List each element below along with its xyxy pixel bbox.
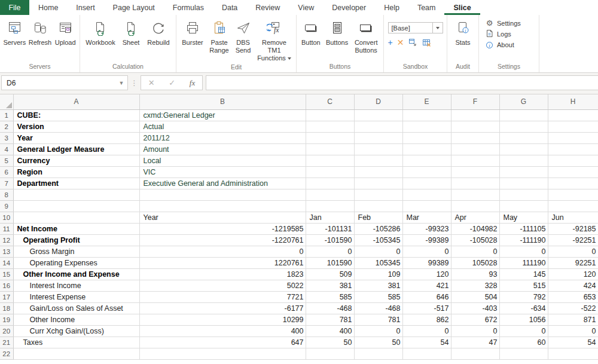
cell-H5[interactable] bbox=[548, 155, 598, 166]
burster-button[interactable]: Burster bbox=[179, 17, 207, 47]
cell-A5[interactable]: Currency bbox=[13, 155, 139, 166]
cell-G6[interactable] bbox=[499, 166, 548, 178]
cell-E20[interactable]: 0 bbox=[402, 325, 451, 337]
cell-A16[interactable]: Interest Income bbox=[13, 280, 139, 291]
cell-H21[interactable]: 54 bbox=[548, 337, 598, 348]
cell-E8[interactable] bbox=[402, 189, 451, 200]
cell-D21[interactable]: 50 bbox=[354, 337, 402, 348]
refresh-button[interactable]: Refresh bbox=[28, 17, 53, 47]
cell-F15[interactable]: 93 bbox=[451, 268, 499, 280]
insert-function-icon[interactable]: fx bbox=[190, 78, 195, 88]
paste-range-button[interactable]: Paste Range bbox=[207, 17, 232, 55]
cell-C7[interactable] bbox=[306, 178, 354, 189]
col-header-H[interactable]: H bbox=[548, 94, 598, 109]
cell-F7[interactable] bbox=[451, 178, 499, 189]
about-button[interactable]: i About bbox=[485, 40, 514, 49]
cell-D19[interactable]: 781 bbox=[354, 314, 402, 325]
cell-D10[interactable]: Feb bbox=[354, 212, 402, 223]
stats-button[interactable]: i Stats bbox=[449, 17, 477, 47]
cell-G22[interactable] bbox=[499, 348, 548, 359]
row-header-21[interactable]: 21 bbox=[0, 337, 13, 348]
cell-B6[interactable]: VIC bbox=[139, 166, 306, 178]
cell-B20[interactable]: 400 bbox=[139, 325, 306, 337]
cell-B9[interactable] bbox=[139, 200, 306, 212]
cell-D16[interactable]: 381 bbox=[354, 280, 402, 291]
cell-C2[interactable] bbox=[306, 121, 354, 132]
cell-A9[interactable] bbox=[13, 200, 139, 212]
cell-G9[interactable] bbox=[499, 200, 548, 212]
cell-G15[interactable]: 145 bbox=[499, 268, 548, 280]
cell-E18[interactable]: -517 bbox=[402, 302, 451, 314]
cell-E15[interactable]: 120 bbox=[402, 268, 451, 280]
cell-C3[interactable] bbox=[306, 132, 354, 143]
cell-C11[interactable]: -101131 bbox=[306, 223, 354, 234]
tab-home[interactable]: Home bbox=[29, 0, 67, 15]
cell-C5[interactable] bbox=[306, 155, 354, 166]
cell-H16[interactable]: 424 bbox=[548, 280, 598, 291]
cell-D12[interactable]: -105345 bbox=[354, 234, 402, 246]
cell-D15[interactable]: 109 bbox=[354, 268, 402, 280]
cell-D2[interactable] bbox=[354, 121, 402, 132]
cell-H7[interactable] bbox=[548, 178, 598, 189]
buttons-button[interactable]: Buttons bbox=[324, 17, 351, 47]
select-all-button[interactable] bbox=[0, 94, 13, 109]
cell-A20[interactable]: Curr Xchg Gain/(Loss) bbox=[13, 325, 139, 337]
cell-G7[interactable] bbox=[499, 178, 548, 189]
cell-H18[interactable]: -522 bbox=[548, 302, 598, 314]
cell-E21[interactable]: 54 bbox=[402, 337, 451, 348]
cell-F1[interactable] bbox=[451, 109, 499, 121]
row-header-12[interactable]: 12 bbox=[0, 234, 13, 246]
cell-H12[interactable]: -92251 bbox=[548, 234, 598, 246]
cell-D20[interactable]: 0 bbox=[354, 325, 402, 337]
cell-G19[interactable]: 1056 bbox=[499, 314, 548, 325]
cell-F9[interactable] bbox=[451, 200, 499, 212]
row-header-18[interactable]: 18 bbox=[0, 302, 13, 314]
cell-B7[interactable]: Executive General and Administration bbox=[139, 178, 306, 189]
enter-icon[interactable]: ✓ bbox=[169, 78, 175, 87]
cell-B14[interactable]: 1220761 bbox=[139, 257, 306, 268]
tab-file[interactable]: File bbox=[0, 0, 29, 15]
cell-A6[interactable]: Region bbox=[13, 166, 139, 178]
cell-A19[interactable]: Other Income bbox=[13, 314, 139, 325]
dbs-send-button[interactable]: DBS Send bbox=[232, 17, 255, 55]
cell-H4[interactable] bbox=[548, 143, 598, 155]
cell-F2[interactable] bbox=[451, 121, 499, 132]
cell-E2[interactable] bbox=[402, 121, 451, 132]
cell-C4[interactable] bbox=[306, 143, 354, 155]
cell-H17[interactable]: 653 bbox=[548, 291, 598, 302]
tab-team[interactable]: Team bbox=[408, 0, 445, 15]
cell-E5[interactable] bbox=[402, 155, 451, 166]
cell-H20[interactable]: 0 bbox=[548, 325, 598, 337]
cell-A18[interactable]: Gain/Loss on Sales of Asset bbox=[13, 302, 139, 314]
sandbox-combobox[interactable]: [Base] bbox=[388, 22, 443, 33]
cell-G5[interactable] bbox=[499, 155, 548, 166]
tab-developer[interactable]: Developer bbox=[323, 0, 375, 15]
cell-H14[interactable]: 92251 bbox=[548, 257, 598, 268]
cell-B10[interactable]: Year bbox=[139, 212, 306, 223]
cell-G10[interactable]: May bbox=[499, 212, 548, 223]
cell-G17[interactable]: 792 bbox=[499, 291, 548, 302]
cell-E1[interactable] bbox=[402, 109, 451, 121]
cell-E11[interactable]: -99323 bbox=[402, 223, 451, 234]
cell-C10[interactable]: Jan bbox=[306, 212, 354, 223]
cell-F14[interactable]: 105028 bbox=[451, 257, 499, 268]
cell-F4[interactable] bbox=[451, 143, 499, 155]
cell-C1[interactable] bbox=[306, 109, 354, 121]
formula-input[interactable] bbox=[206, 75, 598, 90]
cell-D5[interactable] bbox=[354, 155, 402, 166]
cell-B8[interactable] bbox=[139, 189, 306, 200]
tab-page-layout[interactable]: Page Layout bbox=[104, 0, 164, 15]
cell-A15[interactable]: Other Income and Expense bbox=[13, 268, 139, 280]
row-header-22[interactable]: 22 bbox=[0, 348, 13, 359]
tab-review[interactable]: Review bbox=[246, 0, 289, 15]
cell-D7[interactable] bbox=[354, 178, 402, 189]
row-header-8[interactable]: 8 bbox=[0, 189, 13, 200]
cell-B19[interactable]: 10299 bbox=[139, 314, 306, 325]
cell-H3[interactable] bbox=[548, 132, 598, 143]
create-sandbox-icon[interactable]: + bbox=[388, 38, 393, 47]
cell-C16[interactable]: 381 bbox=[306, 280, 354, 291]
cell-D18[interactable]: -468 bbox=[354, 302, 402, 314]
cell-F17[interactable]: 504 bbox=[451, 291, 499, 302]
cell-G13[interactable]: 0 bbox=[499, 246, 548, 257]
cell-D11[interactable]: -105286 bbox=[354, 223, 402, 234]
